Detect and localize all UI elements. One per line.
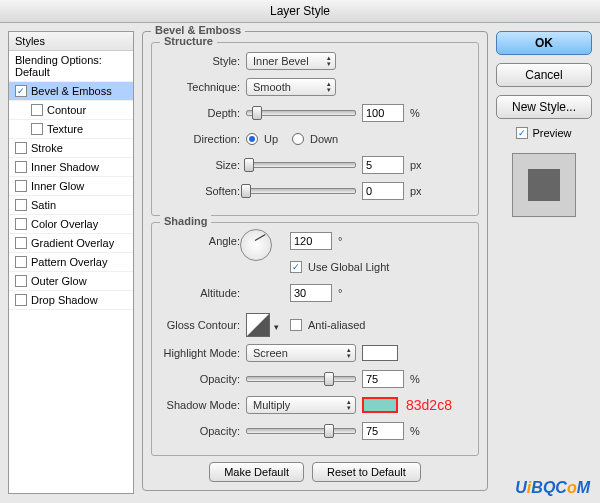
depth-slider[interactable] bbox=[246, 106, 356, 120]
new-style-button[interactable]: New Style... bbox=[496, 95, 592, 119]
style-inner-glow[interactable]: Inner Glow bbox=[9, 177, 133, 196]
style-label: Style: bbox=[158, 55, 240, 67]
checkbox-icon[interactable]: ✓ bbox=[15, 85, 27, 97]
anti-aliased-checkbox[interactable] bbox=[290, 319, 302, 331]
technique-select[interactable]: Smooth bbox=[246, 78, 336, 96]
checkbox-icon[interactable] bbox=[15, 142, 27, 154]
style-stroke[interactable]: Stroke bbox=[9, 139, 133, 158]
style-texture[interactable]: Texture bbox=[9, 120, 133, 139]
highlight-color-swatch[interactable] bbox=[362, 345, 398, 361]
preview-thumbnail bbox=[512, 153, 576, 217]
style-outer-glow[interactable]: Outer Glow bbox=[9, 272, 133, 291]
size-label: Size: bbox=[158, 159, 240, 171]
bevel-emboss-group: Bevel & Emboss Structure Style: Inner Be… bbox=[142, 31, 488, 491]
shadow-color-swatch[interactable] bbox=[362, 397, 398, 413]
checkbox-icon[interactable] bbox=[15, 294, 27, 306]
checkbox-icon[interactable] bbox=[15, 256, 27, 268]
preview-label: Preview bbox=[532, 127, 571, 139]
styles-list: Styles Blending Options: Default ✓Bevel … bbox=[8, 31, 134, 494]
checkbox-icon[interactable] bbox=[31, 123, 43, 135]
size-input[interactable] bbox=[362, 156, 404, 174]
soften-input[interactable] bbox=[362, 182, 404, 200]
direction-label: Direction: bbox=[158, 133, 240, 145]
anti-aliased-label: Anti-aliased bbox=[308, 319, 365, 331]
soften-label: Soften: bbox=[158, 185, 240, 197]
highlight-opacity-label: Opacity: bbox=[158, 373, 240, 385]
preview-checkbox[interactable]: ✓ bbox=[516, 127, 528, 139]
angle-input[interactable] bbox=[290, 232, 332, 250]
style-color-overlay[interactable]: Color Overlay bbox=[9, 215, 133, 234]
dialog-title: Layer Style bbox=[270, 4, 330, 18]
angle-dial[interactable] bbox=[240, 229, 272, 261]
styles-header: Styles bbox=[9, 32, 133, 51]
style-bevel-emboss[interactable]: ✓Bevel & Emboss bbox=[9, 82, 133, 101]
use-global-label: Use Global Light bbox=[308, 261, 389, 273]
highlight-mode-select[interactable]: Screen bbox=[246, 344, 356, 362]
depth-label: Depth: bbox=[158, 107, 240, 119]
checkbox-icon[interactable] bbox=[31, 104, 43, 116]
settings-panel: Bevel & Emboss Structure Style: Inner Be… bbox=[142, 31, 488, 494]
checkbox-icon[interactable] bbox=[15, 161, 27, 173]
shadow-opacity-input[interactable] bbox=[362, 422, 404, 440]
depth-unit: % bbox=[410, 107, 420, 119]
direction-up-radio[interactable] bbox=[246, 133, 258, 145]
style-pattern-overlay[interactable]: Pattern Overlay bbox=[9, 253, 133, 272]
use-global-checkbox[interactable]: ✓ bbox=[290, 261, 302, 273]
checkbox-icon[interactable] bbox=[15, 218, 27, 230]
shadow-opacity-slider[interactable] bbox=[246, 424, 356, 438]
gloss-contour-picker[interactable]: ▾ bbox=[246, 313, 270, 337]
angle-label: Angle: bbox=[158, 235, 240, 247]
checkbox-icon[interactable] bbox=[15, 237, 27, 249]
style-satin[interactable]: Satin bbox=[9, 196, 133, 215]
technique-label: Technique: bbox=[158, 81, 240, 93]
structure-legend: Structure bbox=[160, 35, 217, 47]
shadow-opacity-label: Opacity: bbox=[158, 425, 240, 437]
shading-legend: Shading bbox=[160, 215, 211, 227]
title-bar: Layer Style bbox=[0, 0, 600, 23]
style-drop-shadow[interactable]: Drop Shadow bbox=[9, 291, 133, 310]
reset-default-button[interactable]: Reset to Default bbox=[312, 462, 421, 482]
style-select[interactable]: Inner Bevel bbox=[246, 52, 336, 70]
gloss-label: Gloss Contour: bbox=[158, 319, 240, 331]
structure-group: Structure Style: Inner Bevel Technique: … bbox=[151, 42, 479, 216]
altitude-input[interactable] bbox=[290, 284, 332, 302]
cancel-button[interactable]: Cancel bbox=[496, 63, 592, 87]
shading-group: Shading Angle: ° ✓ Use Global Light Alti… bbox=[151, 222, 479, 456]
style-gradient-overlay[interactable]: Gradient Overlay bbox=[9, 234, 133, 253]
shadow-mode-label: Shadow Mode: bbox=[158, 399, 240, 411]
checkbox-icon[interactable] bbox=[15, 275, 27, 287]
direction-down-radio[interactable] bbox=[292, 133, 304, 145]
size-unit: px bbox=[410, 159, 422, 171]
shadow-mode-select[interactable]: Multiply bbox=[246, 396, 356, 414]
soften-slider[interactable] bbox=[246, 184, 356, 198]
right-column: OK Cancel New Style... ✓ Preview bbox=[496, 31, 592, 494]
altitude-label: Altitude: bbox=[158, 287, 240, 299]
highlight-opacity-slider[interactable] bbox=[246, 372, 356, 386]
checkbox-icon[interactable] bbox=[15, 180, 27, 192]
color-annotation: 83d2c8 bbox=[406, 397, 452, 413]
depth-input[interactable] bbox=[362, 104, 404, 122]
ok-button[interactable]: OK bbox=[496, 31, 592, 55]
style-blending-options[interactable]: Blending Options: Default bbox=[9, 51, 133, 82]
watermark-logo: UiBQCoM bbox=[515, 479, 590, 497]
highlight-opacity-input[interactable] bbox=[362, 370, 404, 388]
make-default-button[interactable]: Make Default bbox=[209, 462, 304, 482]
checkbox-icon[interactable] bbox=[15, 199, 27, 211]
style-contour[interactable]: Contour bbox=[9, 101, 133, 120]
size-slider[interactable] bbox=[246, 158, 356, 172]
chevron-down-icon[interactable]: ▾ bbox=[274, 322, 279, 332]
highlight-mode-label: Highlight Mode: bbox=[158, 347, 240, 359]
style-inner-shadow[interactable]: Inner Shadow bbox=[9, 158, 133, 177]
soften-unit: px bbox=[410, 185, 422, 197]
